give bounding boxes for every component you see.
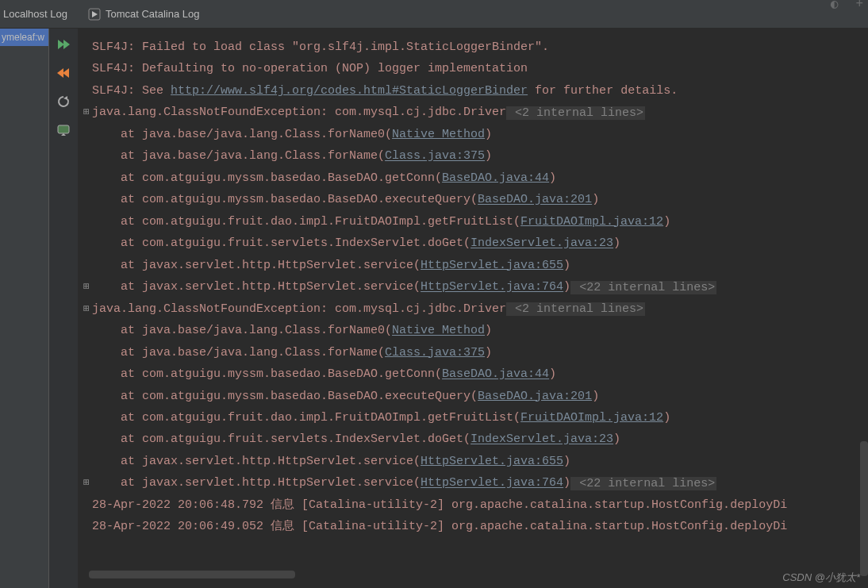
log-line: ⊞ at javax.servlet.http.HttpServlet.serv… [81,276,868,298]
log-line: SLF4J: Failed to load class "org.slf4j.i… [81,37,868,58]
fold-gutter [81,320,92,341]
code-link[interactable]: HttpServlet.java:764 [421,281,563,294]
fold-gutter [81,342,92,363]
log-line: at java.base/java.lang.Class.forName(Cla… [81,342,868,363]
code-link[interactable]: HttpServlet.java:655 [421,455,563,468]
log-line: SLF4J: See http://www.slf4j.org/codes.ht… [81,80,868,102]
log-line: at javax.servlet.http.HttpServlet.servic… [81,255,868,276]
refresh-button[interactable] [54,92,73,111]
expand-icon[interactable]: ⊞ [81,298,92,320]
log-line: at java.base/java.lang.Class.forName0(Na… [81,124,868,145]
fold-gutter [81,451,92,472]
expand-icon[interactable]: ⊞ [81,102,92,123]
svg-marker-2 [58,40,64,49]
fold-gutter [81,58,92,79]
log-line: at java.base/java.lang.Class.forName(Cla… [81,145,868,167]
log-line: at com.atguigu.fruit.dao.impl.FruitDAOIm… [81,211,868,233]
code-link[interactable]: Class.java:375 [385,150,485,163]
fold-gutter [81,516,92,537]
rerun-button[interactable] [54,35,73,54]
svg-rect-7 [58,125,69,133]
log-line: at com.atguigu.fruit.dao.impl.FruitDAOIm… [81,407,868,429]
log-line: ⊞java.lang.ClassNotFoundException: com.m… [81,298,868,320]
fold-gutter [81,124,92,145]
folded-lines[interactable]: <2 internal lines> [506,106,645,120]
svg-marker-6 [63,96,67,100]
fold-gutter [81,386,92,407]
code-link[interactable]: Native Method [392,128,485,141]
code-link[interactable]: IndexServlet.java:23 [470,237,613,251]
log-line: 28-Apr-2022 20:06:49.052 信息 [Catalina-ut… [81,516,868,537]
code-link[interactable]: IndexServlet.java:23 [470,433,613,447]
folded-lines[interactable]: <2 internal lines> [506,302,645,316]
log-line: at com.atguigu.myssm.basedao.BaseDAO.get… [81,363,868,385]
project-tree[interactable]: ymeleaf:w [0,29,49,588]
layout-button[interactable] [54,121,73,140]
log-line: at com.atguigu.fruit.servlets.IndexServl… [81,429,868,450]
log-line: 28-Apr-2022 20:06:48.792 信息 [Catalina-ut… [81,494,868,516]
code-link[interactable]: BaseDAO.java:44 [442,171,549,185]
add-icon[interactable]: + [855,0,863,11]
ide-window: ◐ + Localhost Log Tomcat Catalina Log ym… [0,0,868,588]
svg-marker-4 [63,68,69,78]
fold-gutter [81,233,92,254]
code-link[interactable]: HttpServlet.java:764 [421,477,563,490]
console-body: ymeleaf:w SLF4J: Failed to load class "o… [0,29,868,588]
svg-marker-3 [63,40,70,49]
watermark: CSDN @小犹太* [782,571,860,585]
folded-lines[interactable]: <22 internal lines> [570,281,716,294]
expand-icon[interactable]: ⊞ [81,276,92,298]
fold-gutter [81,80,92,102]
log-line: at java.base/java.lang.Class.forName0(Na… [81,320,868,341]
fold-gutter [81,429,92,450]
play-icon [88,8,101,21]
log-line: SLF4J: Defaulting to no-operation (NOP) … [81,58,868,79]
tab-label: Localhost Log [3,8,67,20]
console-tabs-bar: Localhost Log Tomcat Catalina Log [0,0,868,29]
code-link[interactable]: BaseDAO.java:201 [478,390,592,403]
fold-gutter [81,145,92,167]
log-line: at javax.servlet.http.HttpServlet.servic… [81,451,868,472]
log-line: ⊞java.lang.ClassNotFoundException: com.m… [81,102,868,123]
horizontal-scrollbar[interactable] [89,571,295,578]
fold-gutter [81,167,92,189]
fold-gutter [81,407,92,429]
fold-gutter [81,255,92,276]
code-link[interactable]: HttpServlet.java:655 [421,259,563,272]
tab-localhost-log[interactable]: Localhost Log [0,8,71,20]
log-line: at com.atguigu.myssm.basedao.BaseDAO.exe… [81,386,868,407]
code-link[interactable]: BaseDAO.java:201 [478,194,592,207]
tree-item[interactable]: ymeleaf:w [0,29,48,46]
folded-lines[interactable]: <22 internal lines> [570,477,716,490]
console-output-wrap: SLF4J: Failed to load class "org.slf4j.i… [78,29,868,588]
console-output[interactable]: SLF4J: Failed to load class "org.slf4j.i… [78,29,868,588]
log-line: at com.atguigu.myssm.basedao.BaseDAO.exe… [81,189,868,210]
vertical-scrollbar[interactable] [860,441,868,576]
fold-gutter [81,37,92,58]
code-link[interactable]: Native Method [392,325,485,338]
tab-catalina-log[interactable]: Tomcat Catalina Log [85,8,203,21]
log-line: at com.atguigu.myssm.basedao.BaseDAO.get… [81,167,868,189]
tab-label: Tomcat Catalina Log [106,8,200,20]
help-icon[interactable]: ◐ [831,0,839,12]
top-right-icons: ◐ + [831,0,863,8]
console-gutter [49,29,78,588]
fold-gutter [81,189,92,210]
code-link[interactable]: FruitDAOImpl.java:12 [520,215,663,229]
expand-icon[interactable]: ⊞ [81,472,92,494]
svg-marker-5 [57,68,63,78]
code-link[interactable]: Class.java:375 [385,346,485,359]
fold-gutter [81,211,92,233]
code-link[interactable]: FruitDAOImpl.java:12 [520,411,663,425]
rerun-alternate-button[interactable] [54,63,73,83]
log-line: ⊞ at javax.servlet.http.HttpServlet.serv… [81,472,868,494]
fold-gutter [81,494,92,516]
code-link[interactable]: BaseDAO.java:44 [442,368,549,382]
fold-gutter [81,363,92,385]
slf4j-link[interactable]: http://www.slf4j.org/codes.html#StaticLo… [171,84,528,98]
log-line: at com.atguigu.fruit.servlets.IndexServl… [81,233,868,254]
